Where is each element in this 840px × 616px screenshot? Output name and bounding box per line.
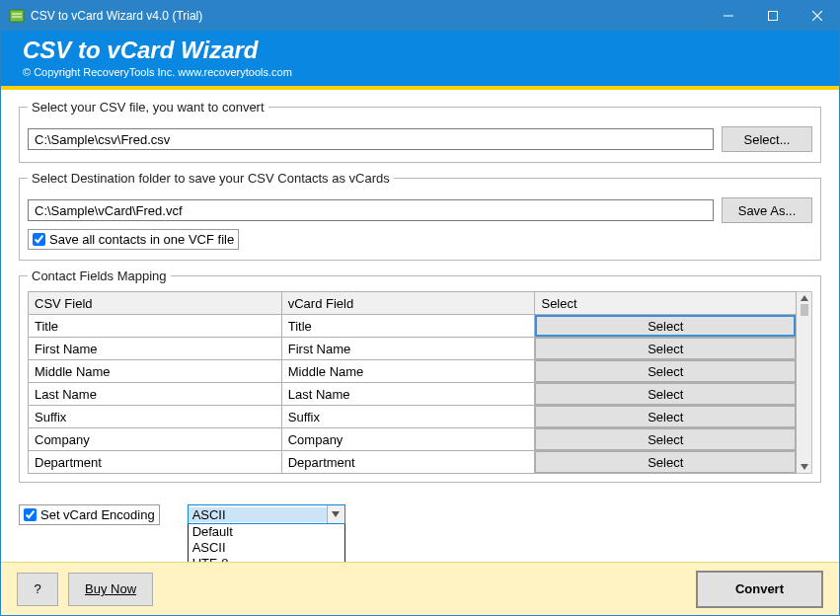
source-group: Select your CSV file, you want to conver…: [19, 100, 821, 163]
csv-field-cell: Title: [29, 315, 282, 338]
select-cell: Select: [535, 383, 797, 406]
mapping-scrollbar[interactable]: [797, 291, 812, 474]
vcard-field-cell: Title: [281, 315, 535, 338]
scroll-thumb[interactable]: [801, 304, 808, 316]
destination-legend: Select Destination folder to save your C…: [28, 171, 394, 186]
select-cell: Select: [535, 428, 797, 451]
vcard-field-cell: Suffix: [281, 406, 535, 428]
table-row: CompanyCompanySelect: [29, 428, 797, 451]
buy-now-button[interactable]: Buy Now: [68, 573, 153, 606]
mapping-header-csv: CSV Field: [29, 292, 282, 315]
save-all-vcf-checkbox[interactable]: Save all contacts in one VCF file: [28, 229, 239, 250]
select-field-button[interactable]: Select: [535, 315, 796, 337]
vcard-field-cell: Last Name: [281, 383, 535, 406]
select-cell: Select: [535, 338, 797, 360]
titlebar: CSV to vCard Wizard v4.0 (Trial): [1, 1, 839, 31]
encoding-checkbox[interactable]: Set vCard Encoding: [19, 504, 160, 525]
destination-path-input[interactable]: [28, 199, 714, 221]
svg-marker-7: [332, 511, 340, 517]
csv-field-cell: Company: [29, 428, 282, 451]
select-field-button[interactable]: Select: [535, 406, 796, 427]
select-cell: Select: [535, 451, 797, 474]
mapping-legend: Contact Fields Mapping: [28, 269, 171, 283]
convert-button[interactable]: Convert: [696, 571, 823, 608]
app-header: CSV to vCard Wizard © Copyright Recovery…: [1, 31, 839, 86]
svg-rect-2: [768, 12, 777, 21]
select-cell: Select: [535, 315, 797, 338]
svg-marker-5: [801, 295, 808, 301]
save-as-button[interactable]: Save As...: [722, 197, 812, 223]
mapping-group: Contact Fields Mapping CSV Field vCard F…: [19, 269, 821, 483]
select-cell: Select: [535, 406, 797, 428]
mapping-header-select: Select: [535, 292, 797, 315]
svg-marker-6: [801, 464, 808, 470]
help-button[interactable]: ?: [17, 573, 58, 606]
encoding-option[interactable]: ASCII: [189, 540, 344, 556]
maximize-button[interactable]: [750, 1, 795, 31]
vcard-field-cell: First Name: [281, 338, 535, 360]
table-row: Last NameLast NameSelect: [29, 383, 797, 406]
csv-field-cell: Department: [29, 451, 282, 474]
select-source-button[interactable]: Select...: [722, 126, 812, 152]
minimize-button[interactable]: [706, 1, 750, 31]
select-field-button[interactable]: Select: [535, 451, 796, 473]
encoding-check[interactable]: [24, 508, 37, 521]
source-legend: Select your CSV file, you want to conver…: [28, 100, 268, 115]
app-title: CSV to vCard Wizard: [23, 37, 817, 64]
svg-rect-0: [10, 10, 24, 22]
vcard-field-cell: Middle Name: [281, 360, 535, 383]
destination-group: Select Destination folder to save your C…: [19, 171, 821, 261]
select-field-button[interactable]: Select: [535, 383, 796, 405]
close-button[interactable]: [795, 1, 839, 31]
chevron-down-icon[interactable]: [327, 505, 344, 523]
csv-field-cell: Last Name: [29, 383, 282, 406]
scroll-up-icon[interactable]: [798, 292, 811, 304]
table-row: DepartmentDepartmentSelect: [29, 451, 797, 474]
table-row: TitleTitleSelect: [29, 315, 797, 338]
vcard-field-cell: Company: [281, 428, 535, 451]
copyright-text: © Copyright RecoveryTools Inc. www.recov…: [23, 66, 817, 78]
window-title: CSV to vCard Wizard v4.0 (Trial): [31, 9, 706, 23]
vcard-field-cell: Department: [281, 451, 535, 474]
select-field-button[interactable]: Select: [535, 428, 796, 450]
encoding-label: Set vCard Encoding: [40, 507, 155, 522]
mapping-header-vcard: vCard Field: [281, 292, 535, 315]
encoding-option[interactable]: Default: [189, 524, 344, 540]
csv-field-cell: Middle Name: [29, 360, 282, 383]
csv-field-cell: First Name: [29, 338, 282, 360]
source-path-input[interactable]: [28, 128, 714, 150]
mapping-table: CSV Field vCard Field Select TitleTitleS…: [28, 291, 797, 474]
app-icon: [9, 8, 25, 24]
scroll-down-icon[interactable]: [798, 461, 811, 473]
csv-field-cell: Suffix: [29, 406, 282, 428]
select-field-button[interactable]: Select: [535, 338, 796, 359]
table-row: Middle NameMiddle NameSelect: [29, 360, 797, 383]
save-all-vcf-label: Save all contacts in one VCF file: [49, 232, 234, 247]
table-row: SuffixSuffixSelect: [29, 406, 797, 428]
table-row: First NameFirst NameSelect: [29, 338, 797, 360]
footer-bar: ? Buy Now Convert: [1, 562, 839, 615]
encoding-selected: ASCII: [189, 507, 327, 522]
save-all-vcf-check[interactable]: [33, 233, 45, 246]
select-field-button[interactable]: Select: [535, 360, 796, 382]
select-cell: Select: [535, 360, 797, 383]
